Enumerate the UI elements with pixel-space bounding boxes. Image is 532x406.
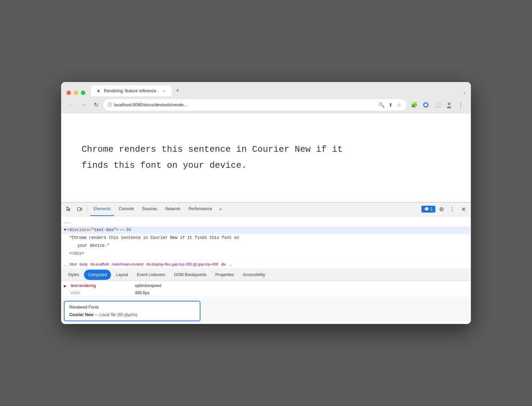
tab-close-button[interactable]: × xyxy=(162,88,167,94)
tab-accessibility[interactable]: Accessibility xyxy=(239,270,269,280)
expand-icon[interactable]: ▶ xyxy=(64,284,67,288)
tab-list-button[interactable]: › xyxy=(464,90,465,96)
prop-value-text-rendering: optimizespeed xyxy=(135,283,161,288)
devtools-panel: Elements Console Sources Network Perform… xyxy=(61,202,471,322)
tab-layout[interactable]: Layout xyxy=(112,270,132,280)
breadcrumb-main[interactable]: main#main-content xyxy=(112,262,144,266)
address-field[interactable]: ⓘ localhost:8080/docs/devtools/rende... … xyxy=(103,99,407,111)
expand-triangle[interactable]: ▼ xyxy=(64,227,66,233)
extensions-button[interactable]: 🧩 xyxy=(409,100,419,110)
browser-window: Rendering: feature reference - × + › ← →… xyxy=(61,82,471,324)
settings-button[interactable]: ⚙ xyxy=(437,204,446,214)
reload-button[interactable]: ↻ xyxy=(91,100,101,110)
dom-dollar: $0 xyxy=(126,227,131,233)
new-tab-button[interactable]: + xyxy=(173,86,182,96)
rendered-fonts-title: Rendered Fonts xyxy=(69,305,195,310)
tab-sources[interactable]: Sources xyxy=(139,202,160,216)
page-text-content: Chrome renders this sentence in Courier … xyxy=(82,144,343,171)
dom-text-line-2: your device." xyxy=(61,242,471,250)
inspect-element-button[interactable] xyxy=(64,205,73,214)
breadcrumb-dots: ... xyxy=(64,262,67,266)
more-tools-button[interactable]: ⋮ xyxy=(448,204,457,214)
prop-name-text-rendering: text-rendering xyxy=(71,283,132,288)
extension-icon xyxy=(422,102,429,108)
profile-ext-button[interactable] xyxy=(421,100,431,110)
tab-row: Rendering: feature reference - × + › xyxy=(67,85,465,96)
address-bar-row: ← → ↻ ⓘ localhost:8080/docs/devtools/ren… xyxy=(61,96,471,113)
font-name: Courier New xyxy=(69,312,94,317)
account-button[interactable] xyxy=(444,100,454,110)
chrome-icon xyxy=(96,88,101,94)
toolbar-divider xyxy=(87,206,87,213)
address-actions: 🔍 ⬆ ☆ xyxy=(377,101,403,109)
dom-text-line: "Chrome renders this sentence in Courier… xyxy=(61,234,471,242)
bookmark-button[interactable]: ☆ xyxy=(395,101,403,109)
dom-text-content: "Chrome renders this sentence in Courier… xyxy=(69,235,239,241)
menu-button[interactable]: ⋮ xyxy=(456,100,465,110)
forward-button[interactable]: → xyxy=(79,100,88,110)
dom-dots: ... xyxy=(64,219,71,226)
devtools-close-button[interactable]: ✕ xyxy=(459,204,468,214)
svg-point-5 xyxy=(448,103,450,105)
tab-network[interactable]: Network xyxy=(162,202,184,216)
device-toolbar-button[interactable] xyxy=(75,205,84,214)
tab-styles[interactable]: Styles xyxy=(64,270,83,280)
font-detail: — Local file (80 glyphs) xyxy=(95,312,137,317)
tab-properties[interactable]: Properties xyxy=(211,270,238,280)
tabs-overflow-button[interactable]: » xyxy=(217,205,225,213)
address-text: localhost:8080/docs/devtools/rende... xyxy=(114,102,375,107)
back-button[interactable]: ← xyxy=(67,100,76,110)
devtools-toolbar-end: 💬 1 ⚙ ⋮ ✕ xyxy=(421,204,468,214)
share-button[interactable]: ⬆ xyxy=(387,101,394,109)
close-button[interactable] xyxy=(67,91,71,95)
breadcrumb-more[interactable]: ... xyxy=(229,262,232,266)
breadcrumb-div[interactable]: div. xyxy=(221,262,226,266)
title-bar: Rendering: feature reference - × + › xyxy=(61,82,471,96)
prop-row-width: ▶ width 485.6px xyxy=(61,289,471,297)
dom-closing-tag-line: </div> xyxy=(61,250,471,258)
dom-breadcrumb-dots: ... xyxy=(61,218,471,226)
browser-content: Chrome renders this sentence in Courier … xyxy=(61,113,471,202)
message-count: 1 xyxy=(430,207,433,212)
cursor-icon xyxy=(66,206,71,212)
properties-area: ▶ text-rendering optimizespeed ▶ width 4… xyxy=(61,281,471,298)
dom-equals: == xyxy=(120,227,125,233)
breadcrumb-display-flex[interactable]: div.display-flex.gap-top-300.lg\:gap-top… xyxy=(146,262,218,266)
chat-icon: 💬 xyxy=(424,207,429,212)
tab-dom-breakpoints[interactable]: DOM Breakpoints xyxy=(170,270,211,280)
tab-performance[interactable]: Performance xyxy=(185,202,215,216)
breadcrumb-html[interactable]: html xyxy=(70,262,77,266)
console-messages-button[interactable]: 💬 1 xyxy=(421,206,435,213)
browser-tab[interactable]: Rendering: feature reference - × xyxy=(91,85,172,96)
account-icon xyxy=(446,102,452,108)
attr-value: "text-box" xyxy=(92,227,116,233)
breadcrumb-body[interactable]: body xyxy=(80,262,88,266)
breadcrumb-scaffold[interactable]: div.scaffold xyxy=(90,262,109,266)
page-text: Chrome renders this sentence in Courier … xyxy=(82,141,343,174)
svg-marker-7 xyxy=(67,207,70,211)
tag-close-bracket: > xyxy=(116,227,118,233)
svg-rect-8 xyxy=(78,207,80,211)
rendered-fonts-box: Rendered Fonts Courier New — Local file … xyxy=(64,301,200,321)
elements-breadcrumb: ... html body div.scaffold main#main-con… xyxy=(61,260,471,269)
toolbar-right: 🧩 ⬜ ⋮ xyxy=(409,100,465,110)
svg-point-3 xyxy=(424,104,427,106)
dom-text-content-2: your device." xyxy=(78,243,110,249)
tab-label: Rendering: feature reference - xyxy=(104,89,159,93)
prop-value-width: 485.6px xyxy=(135,290,150,295)
tab-computed[interactable]: Computed xyxy=(84,270,111,280)
maximize-button[interactable] xyxy=(81,91,85,95)
computed-tabs-bar: Styles Computed Layout Event Listeners D… xyxy=(61,269,471,281)
device-icon xyxy=(77,206,82,212)
window-controls xyxy=(67,91,85,95)
split-view-button[interactable]: ⬜ xyxy=(433,100,442,110)
attr-class: class= xyxy=(77,227,92,233)
tab-console[interactable]: Console xyxy=(115,202,137,216)
tab-event-listeners[interactable]: Event Listeners xyxy=(133,270,169,280)
minimize-button[interactable] xyxy=(74,91,78,95)
prop-row-text-rendering: ▶ text-rendering optimizespeed xyxy=(61,282,471,289)
tab-elements[interactable]: Elements xyxy=(90,202,114,216)
zoom-button[interactable]: 🔍 xyxy=(377,101,386,109)
dom-content: ... ▼ <div class= "text-box" > == $0 "Ch… xyxy=(61,216,471,260)
dom-selected-line[interactable]: ▼ <div class= "text-box" > == $0 xyxy=(61,226,471,234)
